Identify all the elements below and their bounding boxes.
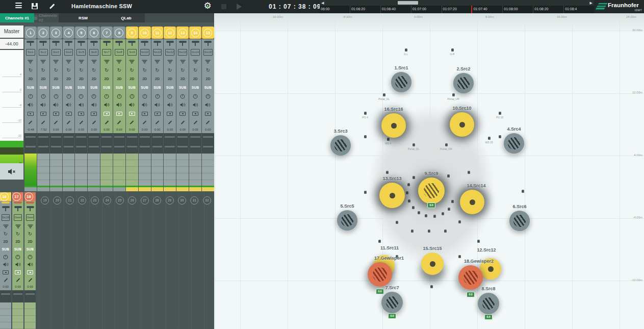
channel-fader-handle[interactable] [189,39,201,48]
channel-src-label[interactable]: Src2 [39,49,48,56]
master-mute-button[interactable] [0,163,23,180]
speaker-icon[interactable] [113,100,125,109]
display-box-icon[interactable] [176,109,189,118]
pencil-icon[interactable] [151,118,164,126]
channel-src-label[interactable]: Gewi [26,214,34,221]
mode-2d-label[interactable]: 2D [176,74,189,83]
channel-header-16[interactable]: 16 [0,192,11,201]
channel-meter-bands[interactable] [12,290,23,302]
rotate-icon[interactable]: ↻ [12,230,23,238]
speaker-icon[interactable] [139,100,151,109]
display-box-icon[interactable] [75,109,87,118]
loudspeaker-icon[interactable] [458,255,461,258]
rotate-icon[interactable]: ↻ [151,66,164,74]
speaker-icon[interactable] [63,100,75,109]
channel-meter-bands[interactable] [126,133,138,154]
sub-label[interactable]: SUB [113,83,125,92]
pencil-icon[interactable] [50,118,62,126]
channel-header-15[interactable]: 15 [202,27,214,39]
loudspeaker-icon[interactable] [413,176,415,179]
rotate-icon[interactable]: ↻ [0,230,11,238]
mode-2d-label[interactable]: 2D [202,74,214,83]
channel-gain-value[interactable]: 0.00 [75,126,87,133]
channel-meter-bands[interactable] [164,133,176,154]
channel-fader-scale[interactable] [189,154,201,186]
channel-header-20[interactable]: 20 [53,196,61,205]
source-src13[interactable] [379,183,405,208]
tab-channels-1[interactable]: Channels #1 [0,13,34,22]
loudspeaker-icon[interactable] [445,143,448,146]
clock-icon[interactable] [139,92,151,100]
channel-meter-bands[interactable] [113,133,125,154]
rotate-icon[interactable]: ↻ [113,66,125,74]
pencil-icon[interactable] [24,118,37,126]
channel-header-3[interactable]: 3 [50,27,62,39]
channel-meter-bands[interactable] [139,133,151,154]
pencil-icon[interactable] [176,118,189,126]
channel-meter-bands[interactable] [0,290,11,302]
channel-header-27[interactable]: 27 [141,196,149,205]
channel-fader-scale[interactable] [164,154,176,186]
pencil-icon[interactable] [0,276,11,284]
loudspeaker-icon[interactable] [444,230,447,233]
source-gewisper2[interactable]: 0.0 [458,265,483,290]
sub-label[interactable]: SUB [0,245,11,253]
channel-src-label[interactable]: Src10 [140,49,149,56]
scroll-right-icon[interactable]: ▶ [590,1,593,5]
loudspeaker-icon[interactable] [364,112,367,115]
filter-icon[interactable] [176,57,189,66]
loudspeaker-icon[interactable] [433,215,436,218]
mode-2d-label[interactable]: 2D [50,74,62,83]
filter-icon[interactable] [113,57,125,66]
gear-icon[interactable]: ⚙ [203,2,212,11]
filter-icon[interactable] [139,57,151,66]
filter-icon[interactable] [202,57,214,66]
clock-icon[interactable] [202,92,214,100]
channel-gain-value[interactable]: 0.00 [50,126,62,133]
loudspeaker-icon[interactable] [448,208,450,211]
loudspeaker-icon[interactable] [364,191,367,194]
channel-fader-scale[interactable] [151,154,164,186]
mode-2d-label[interactable]: 2D [12,238,23,245]
channel-fader-handle[interactable] [113,39,125,48]
channel-meter-bands[interactable] [37,133,49,154]
channel-header-31[interactable]: 31 [190,196,198,205]
source-gewisper1[interactable]: 0.0 [368,262,392,287]
sub-label[interactable]: SUB [63,83,75,92]
spatial-stage-view[interactable]: -16.00m-8.00m0.00m8.00m16.00m24.00m20.00… [215,13,644,329]
sub-label[interactable]: SUB [24,83,37,92]
rotate-icon[interactable]: ↻ [189,66,201,74]
channel-fader-handle[interactable] [12,205,23,214]
channel-src-label[interactable]: Src16 [2,214,10,221]
play-button[interactable] [237,4,242,10]
channel-header-11[interactable]: 11 [151,27,164,39]
tab-rsm[interactable]: RSM [59,13,108,22]
speaker-icon[interactable] [0,261,11,268]
filter-icon[interactable] [12,222,23,230]
display-box-icon[interactable] [24,109,37,118]
source-src6[interactable] [509,211,530,231]
filter-icon[interactable] [189,57,201,66]
channel-header-7[interactable]: 7 [100,27,113,39]
channel-src-label[interactable]: Src13 [178,49,187,56]
edit-pencil-icon[interactable] [48,4,55,10]
channel-fader-scale[interactable] [113,154,125,186]
channel-header-8[interactable]: 8 [113,27,125,39]
channel-meter-bands[interactable] [151,133,164,154]
channel-meter-bands[interactable] [100,133,113,154]
channel-gain-value[interactable]: 0.00 [164,126,176,133]
channel-fader-handle[interactable] [37,39,49,48]
mode-2d-label[interactable]: 2D [189,74,201,83]
channel-fader-scale[interactable] [139,154,151,186]
channel-header-29[interactable]: 29 [166,196,174,205]
channel-gain-value[interactable]: 0.00 [12,284,23,290]
channel-gain-value[interactable]: 0.00 [100,126,113,133]
channel-header-19[interactable]: 19 [41,196,49,205]
channel-fader-scale[interactable] [88,154,100,186]
channel-fader-scale[interactable] [0,302,11,329]
display-box-icon[interactable] [50,109,62,118]
source-src3[interactable] [330,135,351,156]
channel-header-24[interactable]: 24 [103,196,111,205]
speaker-icon[interactable] [100,100,113,109]
channel-gain-value[interactable]: -0.48 [24,126,37,133]
